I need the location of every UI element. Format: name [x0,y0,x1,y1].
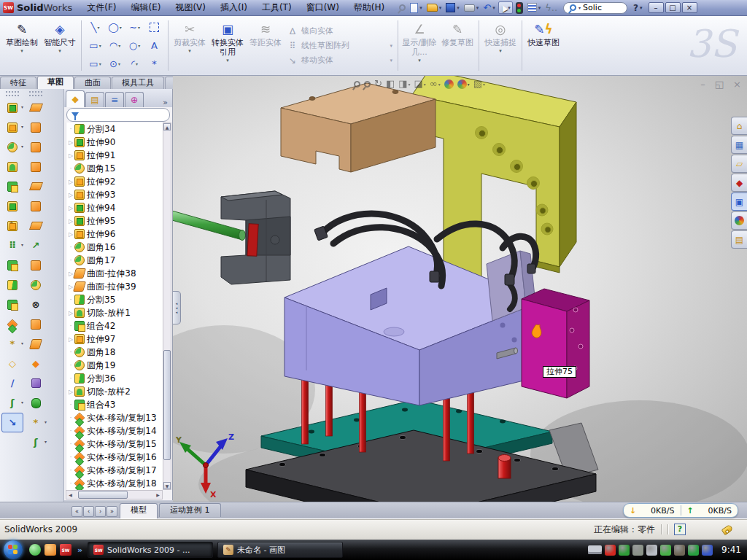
select-entities-icon[interactable] [150,18,159,36]
fillet-surface-button[interactable] [25,275,47,295]
status-help-button[interactable]: ? [674,524,686,535]
print-icon[interactable]: ▾ [462,4,481,12]
linear-pattern-icon-dropdown[interactable]: ▾ [21,242,23,247]
tree-item-24[interactable]: ·实体-移动/复制15 [66,438,163,451]
file-explorer-tab[interactable]: ▱ [731,155,747,173]
tree-item-9[interactable]: ·圆角16 [66,241,163,254]
lofted-surface-button[interactable] [25,157,47,176]
wireless-network-icon[interactable] [674,545,685,556]
tree-item-4[interactable]: ▷拉伸92 [66,175,163,188]
hide-show-items-icon-dropdown[interactable]: ▾ [438,82,441,87]
surface-point-icon-dropdown[interactable]: ▾ [44,419,47,424]
tree-item-0[interactable]: ·分割34 [66,122,163,136]
view-orientation-button[interactable]: ◨▾ [398,77,410,90]
zoom-fit-button[interactable] [354,81,360,88]
offset-entities-button[interactable]: ≋ 等距实体 [247,18,285,74]
close-button[interactable]: × [682,2,697,13]
polygon-icon[interactable]: ⊙▾ [109,55,120,73]
split-button[interactable] [1,275,23,295]
surface-curve-button[interactable]: ʃ▾ [25,432,47,452]
new-document-icon-dropdown[interactable]: ▾ [419,5,422,11]
tab-nav-1[interactable]: ‹ [83,506,94,517]
tab-曲面[interactable]: 曲面 [74,77,111,89]
quick-launch-overflow-icon[interactable]: » [77,545,82,555]
edit-appearance-button[interactable] [444,79,454,89]
convert-entities-button[interactable]: ▣ 转换实体引用 ▾ [209,18,247,74]
planar-surface-button[interactable] [25,216,47,236]
tree-item-20[interactable]: ▷切除-放样2 [66,385,163,398]
extruded-boss-icon-dropdown[interactable]: ▾ [21,104,23,109]
scroll-left-icon[interactable]: ◀ [66,491,74,499]
security-center-icon[interactable] [605,545,616,556]
rapid-sketch-button[interactable]: ✎ϟ 快速草图 [525,18,562,74]
help-button[interactable]: ? ▾ [633,3,642,13]
curve-icon-dropdown[interactable]: ▾ [21,400,23,405]
untrim-surface-button[interactable] [25,373,47,393]
rectangle-icon[interactable]: ▭▾ [89,36,101,55]
scrollbar-thumb[interactable] [163,350,171,460]
sketch-button[interactable]: ✎ 草图绘制 ▾ [3,18,41,74]
smart-dimension-button[interactable]: ◈ 智能尺寸 ▾ [41,18,79,74]
polygon-icon-dropdown[interactable]: ▾ [118,61,120,66]
menu-item-5[interactable]: 窗口(W) [299,1,347,14]
repair-sketch-button[interactable]: ✎ 修复草图 [438,18,476,74]
tab-模型[interactable]: 模型 [120,503,158,518]
tree-item-5[interactable]: ▷拉伸93 [66,188,163,201]
point-icon[interactable]: * [152,55,157,73]
mirror-entities-button[interactable]: ∆ 镜向实体 [285,24,395,39]
undo-icon-dropdown[interactable]: ▾ [492,5,495,11]
sketch-dropdown-icon[interactable]: ▾ [20,48,23,54]
tree-horizontal-scrollbar[interactable]: ◀ ▶ [66,490,163,499]
arc-icon[interactable]: ◠▾ [109,36,120,55]
cut-button[interactable] [1,196,23,216]
print-icon-dropdown[interactable]: ▾ [476,5,479,11]
slot-icon[interactable]: ▭▾ [89,55,101,73]
search-dropdown-icon[interactable]: ▾ [578,5,581,10]
toolbar-grip[interactable] [29,91,42,96]
thicken-button[interactable] [25,393,47,413]
tree-item-23[interactable]: ·实体-移动/复制14 [66,424,163,438]
scroll-down-icon[interactable]: ▼ [163,482,171,489]
replace-face-button[interactable] [25,314,47,334]
rectangle-icon-dropdown[interactable]: ▾ [99,43,101,48]
taskbar-button-1[interactable]: ✎未命名 - 画图 [217,542,343,558]
linear-pattern-button[interactable]: ⠿▾ [1,236,23,255]
menu-item-6[interactable]: 帮助(H) [347,1,392,14]
tree-item-8[interactable]: ▷拉伸96 [66,228,163,241]
linear-sketch-pattern-button[interactable]: ⠿ 线性草图阵列 ▾ [285,39,395,53]
save-icon[interactable]: ▾ [444,2,461,13]
extruded-boss-button[interactable]: ▾ [1,98,23,117]
convert-dropdown-icon[interactable]: ▾ [226,58,229,63]
spline-icon-dropdown[interactable]: ▾ [138,25,140,30]
surface-curve-icon-dropdown[interactable]: ▾ [44,439,47,444]
minimize-button[interactable]: – [649,2,664,13]
reference-point-icon-dropdown[interactable]: ▾ [21,341,23,346]
section-view-button[interactable]: ◧ [386,77,395,90]
expand-icon[interactable]: ▷ [67,389,74,395]
display-style-icon-dropdown[interactable]: ▾ [424,82,426,87]
move-copy-body-button[interactable] [1,314,23,334]
reference-point-button[interactable]: *▾ [1,334,23,354]
restore-button[interactable]: □ [665,2,681,13]
volume-icon[interactable] [646,545,657,556]
firewall-icon[interactable] [619,545,630,556]
fillet-button[interactable]: ▾ [1,137,23,157]
reference-axis-button[interactable]: ∕ [1,373,23,393]
new-document-icon[interactable]: ▾ [409,2,424,14]
model-part-gray-clamp[interactable] [221,191,290,284]
antivirus-icon[interactable] [688,545,699,556]
messenger-status-icon[interactable] [702,545,713,556]
tree-item-16[interactable]: ▷拉伸97 [66,332,163,346]
tab-nav-3[interactable]: » [107,506,117,517]
doc-minimize-button[interactable]: – [700,79,705,90]
display-style-button[interactable]: ◪▾ [414,77,426,90]
extruded-cut-icon-dropdown[interactable]: ▾ [21,124,23,129]
tab-运动算例 1[interactable]: 运动算例 1 [159,503,221,517]
tree-overflow-icon[interactable]: » [160,98,171,107]
expand-icon[interactable]: ▷ [67,218,74,225]
menu-item-1[interactable]: 编辑(E) [123,1,168,14]
solidworks-launcher-icon[interactable]: SW [60,544,71,556]
rebuild-icon[interactable] [514,1,525,15]
circle-icon[interactable]: ◯▾ [108,18,122,36]
tab-特征[interactable]: 特征 [0,77,36,89]
